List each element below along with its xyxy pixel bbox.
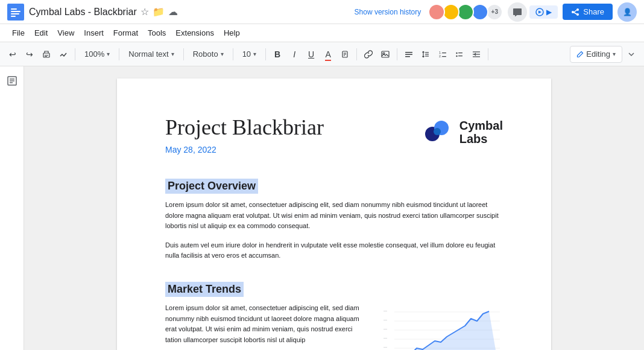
svg-rect-29 bbox=[442, 56, 446, 57]
zoom-select[interactable]: 100% ▾ bbox=[79, 46, 115, 63]
spellcheck-button[interactable] bbox=[55, 46, 71, 63]
menu-view[interactable]: View bbox=[52, 27, 79, 39]
textcolor-button[interactable]: A bbox=[320, 46, 336, 63]
avatar-3 bbox=[457, 4, 474, 21]
menu-help[interactable]: Help bbox=[219, 27, 245, 39]
cymbal-icon bbox=[420, 115, 453, 150]
section-1-para2: Duis autem vel eum iriure dolor in hendr… bbox=[165, 240, 503, 261]
style-select[interactable]: Normal text ▾ bbox=[123, 46, 179, 63]
svg-rect-3 bbox=[11, 13, 19, 14]
underline-button[interactable]: U bbox=[303, 46, 319, 63]
toolbar-divider-5 bbox=[265, 48, 266, 60]
bold-button[interactable]: B bbox=[270, 46, 285, 63]
main-area: Project Blackbriar May 28, 2022 bbox=[0, 66, 644, 350]
toolbar-divider-7 bbox=[397, 48, 397, 60]
market-trends-text: Lorem ipsum dolor sit amet, consectetuer… bbox=[165, 303, 370, 350]
bulletlist-button[interactable] bbox=[452, 46, 467, 63]
svg-text:—: — bbox=[384, 309, 387, 313]
print-button[interactable] bbox=[39, 46, 54, 63]
fontsize-arrow: ▾ bbox=[253, 51, 256, 57]
cymbal-logo: Cymbal Labs bbox=[420, 115, 503, 150]
version-history-link[interactable]: Show version history bbox=[355, 8, 421, 16]
star-icon[interactable]: ☆ bbox=[140, 6, 149, 18]
linespace-button[interactable] bbox=[418, 46, 434, 63]
docs-icon bbox=[7, 4, 24, 21]
style-arrow: ▾ bbox=[171, 51, 174, 57]
meet-label: ▶ bbox=[546, 8, 552, 16]
toolbar-divider-3 bbox=[183, 48, 184, 60]
menu-file[interactable]: File bbox=[7, 27, 30, 39]
user-avatar[interactable]: 👤 bbox=[617, 2, 637, 22]
doc-title-section: Project Blackbriar May 28, 2022 bbox=[165, 115, 324, 154]
avatar-more[interactable]: +3 bbox=[486, 4, 503, 21]
document-title: Project Blackbriar bbox=[165, 115, 324, 140]
meet-button[interactable]: ▶ bbox=[529, 5, 558, 19]
menu-insert[interactable]: Insert bbox=[79, 27, 109, 39]
toolbar: ↩ ↪ 100% ▾ Normal text ▾ Roboto ▾ 10 ▾ B… bbox=[0, 42, 644, 66]
fontsize-value: 10 bbox=[242, 49, 251, 59]
font-arrow: ▾ bbox=[221, 51, 224, 57]
document-area[interactable]: Project Blackbriar May 28, 2022 bbox=[24, 66, 644, 350]
avatar-4 bbox=[472, 4, 488, 21]
italic-button[interactable]: I bbox=[286, 46, 302, 63]
svg-point-8 bbox=[576, 13, 579, 16]
avatar-1 bbox=[428, 4, 445, 21]
toolbar-divider-2 bbox=[119, 48, 119, 60]
share-button[interactable]: Share bbox=[563, 4, 613, 20]
svg-rect-1 bbox=[11, 8, 17, 10]
svg-text:2.: 2. bbox=[439, 54, 441, 58]
section-1: Project Overview Lorem ipsum dolor sit a… bbox=[165, 167, 503, 261]
svg-rect-12 bbox=[45, 55, 48, 56]
svg-rect-18 bbox=[382, 51, 389, 57]
editing-label: Editing bbox=[586, 49, 610, 59]
align-button[interactable] bbox=[401, 46, 417, 63]
fontsize-select[interactable]: 10 ▾ bbox=[237, 46, 262, 63]
cloud-icon[interactable]: ☁ bbox=[168, 6, 178, 18]
share-label: Share bbox=[583, 7, 604, 16]
market-trends-content: Lorem ipsum dolor sit amet, consectetuer… bbox=[165, 303, 503, 350]
undo-button[interactable]: ↩ bbox=[5, 46, 21, 63]
font-select[interactable]: Roboto ▾ bbox=[188, 46, 229, 63]
chart-area: — — — — — — bbox=[382, 303, 503, 350]
insertimage-button[interactable] bbox=[377, 46, 393, 63]
line-chart: — — — — — — bbox=[382, 303, 503, 350]
svg-rect-13 bbox=[45, 56, 47, 57]
menu-tools[interactable]: Tools bbox=[143, 27, 171, 39]
menu-extensions[interactable]: Extensions bbox=[171, 27, 219, 39]
svg-text:—: — bbox=[384, 318, 387, 322]
toolbar-divider-1 bbox=[75, 48, 75, 60]
market-trends-chart: — — — — — — bbox=[382, 303, 503, 350]
zoom-arrow: ▾ bbox=[107, 51, 110, 57]
link-button[interactable] bbox=[361, 46, 376, 63]
avatar-group: +3 bbox=[428, 4, 503, 21]
menu-format[interactable]: Format bbox=[109, 27, 143, 39]
svg-text:—: — bbox=[384, 336, 387, 340]
svg-line-10 bbox=[574, 12, 577, 14]
svg-point-30 bbox=[456, 52, 457, 53]
document-date: May 28, 2022 bbox=[165, 145, 324, 154]
font-value: Roboto bbox=[193, 49, 218, 59]
editing-button[interactable]: Editing ▾ bbox=[570, 46, 622, 63]
menu-bar: File Edit View Insert Format Tools Exten… bbox=[0, 24, 644, 42]
toolbar-collapse-button[interactable] bbox=[623, 46, 639, 63]
highlight-button[interactable] bbox=[337, 46, 353, 63]
chat-button[interactable] bbox=[508, 2, 527, 22]
svg-text:—: — bbox=[384, 345, 387, 349]
folder-icon[interactable]: 📁 bbox=[153, 6, 165, 18]
svg-line-9 bbox=[574, 10, 577, 12]
svg-point-6 bbox=[576, 8, 579, 11]
section-2-heading: Market Trends bbox=[165, 282, 244, 297]
indent-button[interactable] bbox=[469, 46, 484, 63]
doc-header: Project Blackbriar May 28, 2022 bbox=[165, 115, 503, 154]
menu-edit[interactable]: Edit bbox=[30, 27, 52, 39]
svg-point-31 bbox=[456, 55, 457, 56]
section-1-heading: Project Overview bbox=[165, 179, 258, 194]
outline-button[interactable] bbox=[2, 71, 22, 91]
section-1-para1: Lorem ipsum dolor sit amet, consectetuer… bbox=[165, 200, 503, 232]
numberedlist-button[interactable]: 1. 2. bbox=[435, 46, 450, 63]
svg-rect-32 bbox=[458, 52, 462, 53]
redo-button[interactable]: ↪ bbox=[22, 46, 37, 63]
toolbar-divider-6 bbox=[356, 48, 357, 60]
svg-point-43 bbox=[434, 128, 441, 135]
svg-rect-33 bbox=[458, 56, 462, 56]
